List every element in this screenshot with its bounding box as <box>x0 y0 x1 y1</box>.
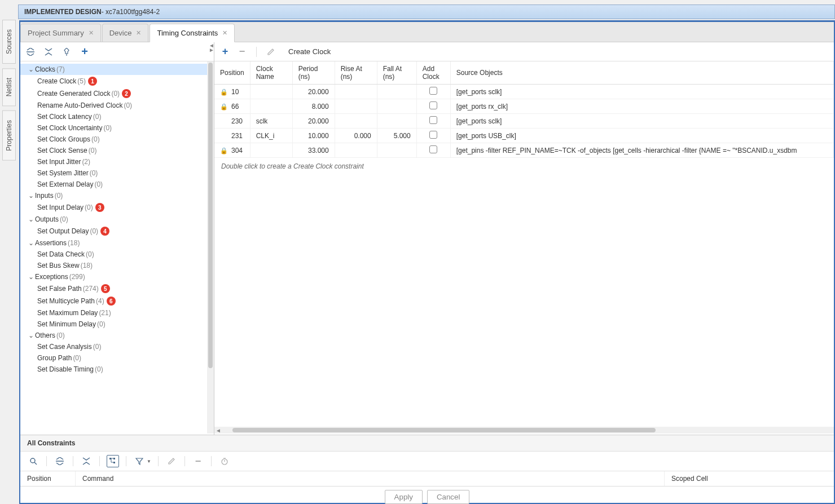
hint-text[interactable]: Double click to create a Create Clock co… <box>214 158 834 175</box>
tree-item[interactable]: Set Clock Groups (0) <box>20 134 214 145</box>
tree-item[interactable]: Set Case Analysis (0) <box>20 341 214 352</box>
tree-item[interactable]: Set Input Jitter (2) <box>20 156 214 167</box>
expand-all-icon[interactable] <box>43 46 54 58</box>
tree-group[interactable]: ⌄ Inputs (0) <box>20 190 214 201</box>
collapse-all-icon[interactable] <box>25 46 36 58</box>
timer-icon[interactable] <box>218 455 231 467</box>
checkbox[interactable] <box>429 101 437 109</box>
tree-item[interactable]: Set External Delay (0) <box>20 179 214 190</box>
tree-item[interactable]: Create Clock (5)1 <box>20 75 214 87</box>
remove-icon[interactable]: − <box>192 455 204 467</box>
tree-item-count: (0) <box>111 90 120 98</box>
tree-item[interactable]: Set Minimum Delay (0) <box>20 319 214 330</box>
horizontal-scrollbar[interactable]: ◄ <box>214 427 834 434</box>
col-command[interactable]: Command <box>76 471 665 486</box>
tree-item-count: (0) <box>93 343 102 351</box>
cell-source: [get_ports USB_clk] <box>450 129 833 143</box>
add-constraint-icon[interactable]: + <box>220 47 230 57</box>
side-tab-properties[interactable]: Properties <box>2 110 16 161</box>
vertical-scrollbar[interactable] <box>207 61 214 434</box>
separator <box>184 456 185 466</box>
search-icon[interactable] <box>27 455 39 467</box>
col-position[interactable]: Position <box>20 471 76 486</box>
tree-item[interactable]: Rename Auto-Derived Clock (0) <box>20 100 214 111</box>
tree-item[interactable]: Set Clock Latency (0) <box>20 111 214 122</box>
tree-item[interactable]: Set Clock Uncertainty (0) <box>20 122 214 134</box>
svg-rect-6 <box>113 462 115 463</box>
chevron-down-icon: ⌄ <box>28 273 35 281</box>
chevron-down-icon: ⌄ <box>28 239 35 247</box>
tree-item[interactable]: Set Bus Skew (18) <box>20 260 214 271</box>
split-container: + ⌄ Clocks (7)Create Clock (5)1Create Ge… <box>20 42 834 435</box>
tree-item[interactable]: Set Input Delay (0)3 <box>20 201 214 214</box>
table-row[interactable]: 🔒668.000[get_ports rx_clk] <box>214 99 834 114</box>
cell-add-clock[interactable] <box>416 114 450 129</box>
tree-view-icon[interactable] <box>107 455 119 467</box>
tree-group[interactable]: ⌄ Exceptions (299) <box>20 271 214 282</box>
column-header[interactable]: Fall At (ns) <box>377 61 416 85</box>
col-scoped-cell[interactable]: Scoped Cell <box>665 471 834 486</box>
table-row[interactable]: 🔒30433.000[get_pins -filter REF_PIN_NAME… <box>214 143 834 158</box>
tree-scroll[interactable]: ⌄ Clocks (7)Create Clock (5)1Create Gene… <box>20 61 214 435</box>
tab-label: Project Summary <box>28 29 84 37</box>
side-tab-sources[interactable]: Sources <box>2 20 16 64</box>
tree-item-count: (0) <box>93 113 102 121</box>
tree-item[interactable]: Set Disable Timing (0) <box>20 364 214 375</box>
cancel-button[interactable]: Cancel <box>427 490 470 504</box>
checkbox[interactable] <box>429 87 437 95</box>
column-header[interactable]: Source Objects <box>450 61 833 85</box>
tab-device[interactable]: Device ✕ <box>102 24 149 42</box>
cell-position: 🔒66 <box>214 99 250 114</box>
split-handle[interactable]: ◄► <box>209 43 214 52</box>
bottom-buttons: Apply Cancel <box>20 487 834 504</box>
cell-add-clock[interactable] <box>416 143 450 158</box>
left-toolbar: + <box>20 42 214 61</box>
edit-icon[interactable] <box>266 47 276 57</box>
tree-group[interactable]: ⌄ Others (0) <box>20 330 214 341</box>
checkbox[interactable] <box>429 131 437 139</box>
side-tab-netlist[interactable]: Netlist <box>2 68 16 106</box>
column-header[interactable]: Period (ns) <box>292 61 335 85</box>
edit-icon[interactable] <box>165 455 178 467</box>
collapse-all-icon[interactable] <box>54 455 66 467</box>
close-icon[interactable]: ✕ <box>136 29 141 37</box>
tree-group[interactable]: ⌄ Assertions (18) <box>20 237 214 249</box>
tree-item[interactable]: Set False Path (274)5 <box>20 282 214 295</box>
tree-item[interactable]: Set Data Check (0) <box>20 249 214 260</box>
add-icon[interactable]: + <box>79 46 90 58</box>
checkbox[interactable] <box>429 145 437 153</box>
filter-icon[interactable] <box>133 455 146 467</box>
tree-group[interactable]: ⌄ Clocks (7) <box>20 64 214 75</box>
separator <box>211 456 212 466</box>
close-icon[interactable]: ✕ <box>89 29 94 37</box>
tree-item[interactable]: Set System Jitter (0) <box>20 167 214 179</box>
cell-add-clock[interactable] <box>416 85 450 99</box>
column-header[interactable]: Add Clock <box>416 61 450 85</box>
pin-icon[interactable] <box>61 46 72 58</box>
column-header[interactable]: Rise At (ns) <box>335 61 377 85</box>
table-wrap: PositionClock NamePeriod (ns)Rise At (ns… <box>214 61 834 435</box>
tree-item[interactable]: Set Clock Sense (0) <box>20 145 214 156</box>
tree-item[interactable]: Set Output Delay (0)4 <box>20 225 214 237</box>
close-icon[interactable]: ✕ <box>222 29 227 37</box>
tab-project-summary[interactable]: Project Summary ✕ <box>20 24 101 42</box>
table-row[interactable]: 🔒1020.000[get_ports sclk] <box>214 85 834 99</box>
column-header[interactable]: Position <box>214 61 250 85</box>
tab-timing-constraints[interactable]: Timing Constraints ✕ <box>150 24 235 42</box>
expand-all-icon[interactable] <box>80 455 93 467</box>
cell-add-clock[interactable] <box>416 129 450 143</box>
tree-item[interactable]: Set Multicycle Path (4)6 <box>20 295 214 307</box>
table-row[interactable]: 🔒230sclk20.000[get_ports sclk] <box>214 114 834 129</box>
tree-group[interactable]: ⌄ Outputs (0) <box>20 214 214 225</box>
remove-constraint-icon[interactable]: − <box>237 47 247 57</box>
column-header[interactable]: Clock Name <box>250 61 292 85</box>
tree-item[interactable]: Create Generated Clock (0)2 <box>20 87 214 100</box>
table-row[interactable]: 🔒231CLK_i10.0000.0005.000[get_ports USB_… <box>214 129 834 143</box>
tree-item[interactable]: Group Path (0) <box>20 352 214 364</box>
apply-button[interactable]: Apply <box>385 490 423 504</box>
cell-fall <box>377 143 416 158</box>
tree-item[interactable]: Set Maximum Delay (21) <box>20 307 214 319</box>
checkbox[interactable] <box>429 116 437 124</box>
cell-add-clock[interactable] <box>416 99 450 114</box>
cell-position: 🔒231 <box>214 129 250 143</box>
